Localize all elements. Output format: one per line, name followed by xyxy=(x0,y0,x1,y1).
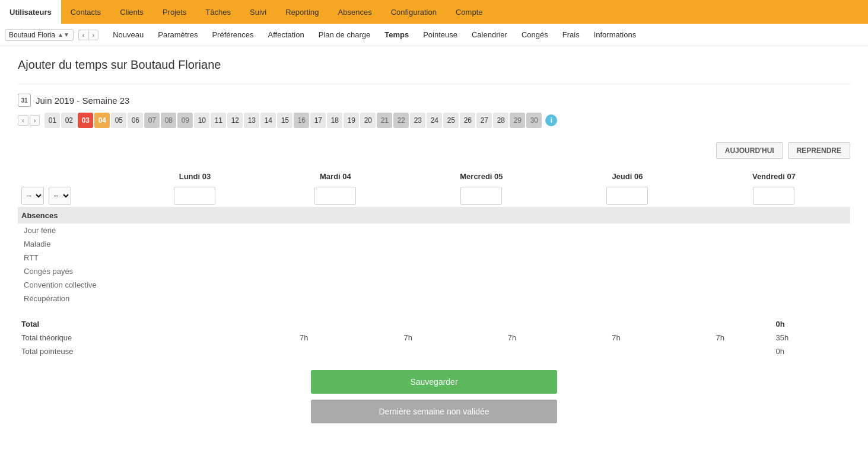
day-btn-12[interactable]: 12 xyxy=(227,113,243,128)
day-btn-13[interactable]: 13 xyxy=(244,113,259,128)
nav-absences[interactable]: Absences xyxy=(329,0,381,24)
user-name: Boutaud Floria xyxy=(9,31,55,39)
time-grid: Lundi 03 Mardi 04 Mercredi 05 Jeudi 06 V… xyxy=(18,168,850,305)
day-btn-23[interactable]: 23 xyxy=(410,113,425,128)
time-input-mercredi[interactable] xyxy=(460,187,502,205)
col-header-mardi: Mardi 04 xyxy=(265,168,406,184)
day-btn-07[interactable]: 07 xyxy=(144,113,160,128)
day-btn-22[interactable]: 22 xyxy=(393,113,409,128)
day-btn-04[interactable]: 04 xyxy=(94,113,110,128)
next-user-button[interactable]: › xyxy=(88,30,99,40)
absence-label-convention-collective: Convention collective xyxy=(18,278,125,292)
nav-suivi[interactable]: Suivi xyxy=(240,0,276,24)
subnav-nouveau[interactable]: Nouveau xyxy=(106,24,151,46)
time-input-lundi[interactable] xyxy=(174,187,215,205)
nav-reporting[interactable]: Reporting xyxy=(276,0,328,24)
totals-table: Total 0h Total théorique 7h 7h 7h 7h 7h … xyxy=(18,317,850,358)
time-entry-row: -- -- xyxy=(18,184,850,207)
day-btn-17[interactable]: 17 xyxy=(310,113,326,128)
absence-row-recuperation: Récupération xyxy=(18,292,850,305)
subnav-frais[interactable]: Frais xyxy=(555,24,587,46)
time-input-jeudi[interactable] xyxy=(606,187,648,205)
day-btn-27[interactable]: 27 xyxy=(476,113,492,128)
absence-val-mardi-6 xyxy=(265,292,406,305)
absence-val-vendredi-1 xyxy=(698,224,850,237)
pointeuse-col-lundi xyxy=(252,344,356,358)
subnav-parametres[interactable]: Paramètres xyxy=(151,24,205,46)
time-input-vendredi[interactable] xyxy=(753,187,794,205)
pointeuse-col-vendredi xyxy=(668,344,772,358)
day-btn-09[interactable]: 09 xyxy=(177,113,193,128)
subnav-calendrier[interactable]: Calendrier xyxy=(465,24,514,46)
day-btn-24[interactable]: 24 xyxy=(427,113,442,128)
last-week-button[interactable]: Dernière semaine non validée xyxy=(311,400,557,423)
day-btn-10[interactable]: 10 xyxy=(194,113,209,128)
day-btn-28[interactable]: 28 xyxy=(493,113,508,128)
day-btn-26[interactable]: 26 xyxy=(460,113,475,128)
day-btn-30[interactable]: 30 xyxy=(526,113,542,128)
nav-projets[interactable]: Projets xyxy=(153,0,196,24)
calendar-header: 31 Juin 2019 - Semaine 23 xyxy=(18,94,850,107)
day-btn-05[interactable]: 05 xyxy=(111,113,126,128)
time-input-mardi[interactable] xyxy=(314,187,356,205)
absence-val-mercredi-6 xyxy=(406,292,557,305)
prev-week-button[interactable]: ‹ xyxy=(18,115,28,126)
theorique-vendredi: 7h xyxy=(668,331,772,344)
subnav-pointeuse[interactable]: Pointeuse xyxy=(416,24,465,46)
day-btn-18[interactable]: 18 xyxy=(327,113,342,128)
day-btn-14[interactable]: 14 xyxy=(260,113,276,128)
reprendre-button[interactable]: REPRENDRE xyxy=(788,142,850,159)
info-icon[interactable]: i xyxy=(545,114,557,126)
task-select[interactable]: -- xyxy=(49,187,71,205)
nav-taches[interactable]: Tâches xyxy=(196,0,240,24)
day-btn-06[interactable]: 06 xyxy=(128,113,143,128)
absence-val-jeudi-6 xyxy=(557,292,698,305)
nav-utilisateurs[interactable]: Utilisateurs xyxy=(0,0,61,24)
subnav-affectation[interactable]: Affectation xyxy=(261,24,311,46)
nav-clients[interactable]: Clients xyxy=(110,0,153,24)
subnav-temps[interactable]: Temps xyxy=(377,24,416,46)
day-btn-03[interactable]: 03 xyxy=(78,113,93,128)
absence-val-vendredi-5 xyxy=(698,278,850,292)
calendar-icon: 31 xyxy=(18,94,31,107)
nav-compte[interactable]: Compte xyxy=(446,0,492,24)
day-btn-20[interactable]: 20 xyxy=(360,113,376,128)
nav-contacts[interactable]: Contacts xyxy=(61,0,110,24)
day-btn-01[interactable]: 01 xyxy=(44,113,60,128)
subnav-informations[interactable]: Informations xyxy=(587,24,644,46)
absence-header-row: Absences xyxy=(18,207,850,224)
pointeuse-row: Total pointeuse 0h xyxy=(18,344,850,358)
subnav-preferences[interactable]: Préférences xyxy=(205,24,260,46)
day-btn-25[interactable]: 25 xyxy=(443,113,459,128)
project-select[interactable]: -- xyxy=(21,187,44,205)
save-button[interactable]: Sauvegarder xyxy=(311,370,557,394)
day-btn-16[interactable]: 16 xyxy=(294,113,309,128)
day-btn-11[interactable]: 11 xyxy=(211,113,226,128)
pointeuse-col-mercredi xyxy=(460,344,564,358)
day-btn-29[interactable]: 29 xyxy=(510,113,525,128)
entry-mardi xyxy=(265,184,406,207)
subnav-conges[interactable]: Congés xyxy=(514,24,555,46)
next-week-button[interactable]: › xyxy=(30,115,40,126)
user-selector[interactable]: Boutaud Floria ▲▼ xyxy=(5,29,74,41)
absence-val-mercredi-4 xyxy=(406,264,557,278)
nav-configuration[interactable]: Configuration xyxy=(381,0,446,24)
absence-row-rtt: RTT xyxy=(18,251,850,264)
day-btn-21[interactable]: 21 xyxy=(377,113,392,128)
absence-val-lundi-5 xyxy=(125,278,265,292)
day-btn-15[interactable]: 15 xyxy=(277,113,292,128)
absence-val-mardi-5 xyxy=(265,278,406,292)
entry-mercredi xyxy=(406,184,557,207)
day-btn-02[interactable]: 02 xyxy=(61,113,77,128)
subnav-plan-de-charge[interactable]: Plan de charge xyxy=(311,24,377,46)
theorique-jeudi: 7h xyxy=(564,331,668,344)
absence-label-recuperation: Récupération xyxy=(18,292,125,305)
aujourdhui-button[interactable]: AUJOURD'HUI xyxy=(716,142,783,159)
pointeuse-col-jeudi xyxy=(564,344,668,358)
prev-user-button[interactable]: ‹ xyxy=(78,30,88,40)
absence-label-rtt: RTT xyxy=(18,251,125,264)
day-btn-19[interactable]: 19 xyxy=(344,113,359,128)
theorique-label: Total théorique xyxy=(18,331,252,344)
total-value: 0h xyxy=(772,317,850,331)
day-btn-08[interactable]: 08 xyxy=(161,113,176,128)
